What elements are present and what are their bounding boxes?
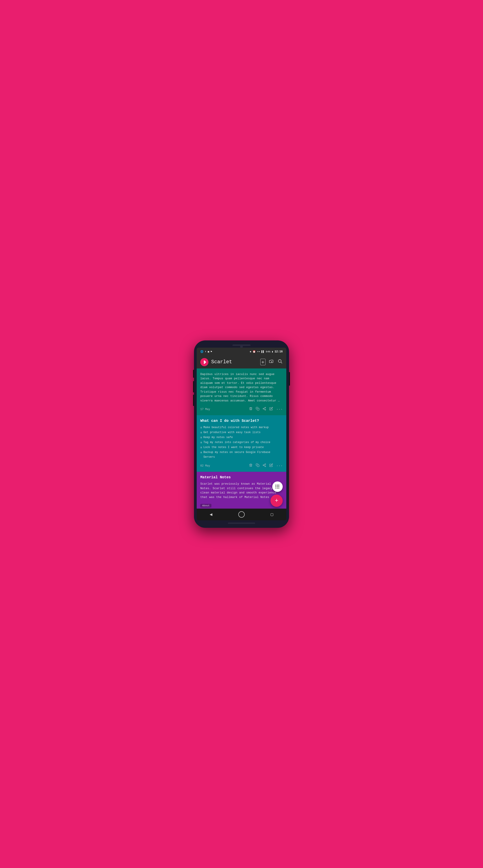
svg-point-6 (263, 408, 264, 409)
checkbox-icon-6: ☒ (200, 450, 202, 455)
power-button (289, 372, 290, 385)
svg-rect-10 (257, 465, 259, 467)
checklist-item-4: ☒ Tag my notes into categories of my cho… (200, 440, 283, 445)
note-1-body: Dapibus ultrices in iaculis nunc sed aug… (200, 372, 283, 403)
volume-silent-button (193, 370, 194, 378)
svg-line-9 (264, 408, 265, 408)
note-card-2[interactable]: What can I do with Scarlet? ☒ Make beaut… (197, 415, 286, 472)
checklist-text-4: Tag my notes into categories of my choic… (203, 440, 270, 445)
note-1-share-button[interactable] (262, 407, 266, 412)
checkbox-icon-4: ☒ (200, 440, 202, 445)
alarm-icon: ⏰ (253, 350, 256, 353)
svg-point-11 (265, 464, 266, 465)
note-2-more-button[interactable]: ··· (276, 464, 283, 468)
phone-screen: 🌐 ⬇ ▣ ⚑ ✱ ⏰ ▾▾ ▌▌ 64% ▮ 12:16 Sca (197, 348, 286, 520)
note-2-footer: 02 May (200, 463, 283, 468)
notification-icon-2: ⬇ (205, 350, 206, 353)
battery-percent: 64% (266, 350, 271, 353)
notification-icon-1: 🌐 (200, 350, 203, 353)
battery-icon: ▮ (272, 350, 273, 353)
checkbox-icon-2: ☒ (200, 430, 202, 435)
volume-up-button (193, 381, 194, 393)
fab-secondary-button[interactable] (272, 482, 283, 492)
svg-point-5 (265, 407, 266, 408)
checklist-text-5: Lock the notes I want to keep private (203, 445, 264, 450)
checklist-item-2: ☒ Get productive with easy task lists (200, 430, 283, 435)
svg-line-14 (264, 465, 265, 466)
checkbox-icon-3: ☒ (200, 435, 202, 440)
checklist-text-6: Backup my notes on secure Google Firebas… (203, 450, 283, 459)
note-1-footer: 17 May (200, 406, 283, 412)
app-logo (200, 358, 208, 366)
note-3-title: Material Notes (200, 475, 283, 479)
note-2-copy-button[interactable] (256, 463, 259, 468)
note-2-checklist: ☒ Make beautiful colored notes with mark… (200, 425, 283, 459)
checklist-item-5: ☒ Lock the notes I want to keep private (200, 445, 283, 450)
checklist-item-3: ☒ Keep my notes safe (200, 435, 283, 440)
home-indicator (228, 523, 255, 524)
note-2-share-button[interactable] (262, 463, 266, 468)
note-1-delete-button[interactable] (249, 407, 253, 412)
checklist-text-2: Get productive with easy task lists (203, 430, 260, 435)
nav-recents-button[interactable]: ▢ (271, 512, 274, 517)
signal-icon: ▌▌ (261, 350, 264, 353)
note-2-edit-button[interactable] (269, 463, 273, 468)
checklist-text-1: Make beautiful colored notes with markup (203, 425, 269, 430)
svg-point-2 (278, 360, 281, 362)
checkbox-icon-1: ☒ (200, 425, 202, 430)
status-right-icons: ✱ ⏰ ▾▾ ▌▌ 64% ▮ 12:16 (250, 350, 283, 353)
bluetooth-icon: ✱ (250, 350, 251, 353)
status-bar: 🌐 ⬇ ▣ ⚑ ✱ ⏰ ▾▾ ▌▌ 64% ▮ 12:16 (197, 348, 286, 356)
app-title: Scarlet (211, 359, 258, 365)
note-1-copy-button[interactable] (256, 407, 259, 412)
note-2-date: 02 May (200, 464, 210, 467)
note-1-actions: ··· (249, 407, 283, 412)
fab-container: + (271, 482, 283, 507)
status-time: 12:16 (275, 350, 283, 353)
svg-rect-4 (257, 408, 259, 410)
add-note-button[interactable]: + (260, 359, 265, 365)
nav-home-button[interactable] (238, 511, 245, 518)
nav-back-button[interactable]: ◀ (209, 512, 212, 517)
checkbox-icon-5: ☒ (200, 445, 202, 450)
wifi-icon: ▾▾ (257, 350, 260, 353)
svg-line-8 (264, 409, 265, 410)
note-2-actions: ··· (249, 463, 283, 468)
svg-line-3 (281, 362, 282, 363)
svg-line-15 (264, 465, 265, 465)
app-bar-actions: + (260, 359, 283, 365)
svg-point-13 (265, 466, 266, 467)
phone-device: 🌐 ⬇ ▣ ⚑ ✱ ⏰ ▾▾ ▌▌ 64% ▮ 12:16 Sca (194, 340, 289, 528)
notification-icon-4: ⚑ (210, 350, 212, 353)
note-3-tag: About (200, 504, 211, 507)
note-card-1[interactable]: Dapibus ultrices in iaculis nunc sed aug… (197, 368, 286, 415)
phone-bottom (197, 523, 286, 524)
checklist-text-3: Keep my notes safe (203, 435, 233, 440)
note-1-edit-button[interactable] (269, 407, 273, 412)
search-button[interactable] (278, 359, 283, 365)
note-1-date: 17 May (200, 408, 210, 411)
nav-bar: ◀ ▢ (197, 508, 286, 520)
svg-point-7 (265, 409, 266, 410)
notification-icon-3: ▣ (208, 350, 209, 353)
grid-icon (276, 485, 280, 489)
status-left-icons: 🌐 ⬇ ▣ ⚑ (200, 350, 212, 353)
svg-point-12 (263, 465, 264, 466)
volume-down-button (193, 395, 194, 406)
checklist-item-1: ☒ Make beautiful colored notes with mark… (200, 425, 283, 430)
fab-add-note-button[interactable]: + (271, 495, 283, 507)
note-2-title: What can I do with Scarlet? (200, 419, 283, 423)
checklist-item-6: ☒ Backup my notes on secure Google Fireb… (200, 450, 283, 459)
note-1-more-button[interactable]: ··· (276, 407, 283, 411)
add-folder-button[interactable] (269, 359, 274, 365)
app-bar: Scarlet + (197, 356, 286, 368)
note-2-delete-button[interactable] (249, 463, 253, 468)
